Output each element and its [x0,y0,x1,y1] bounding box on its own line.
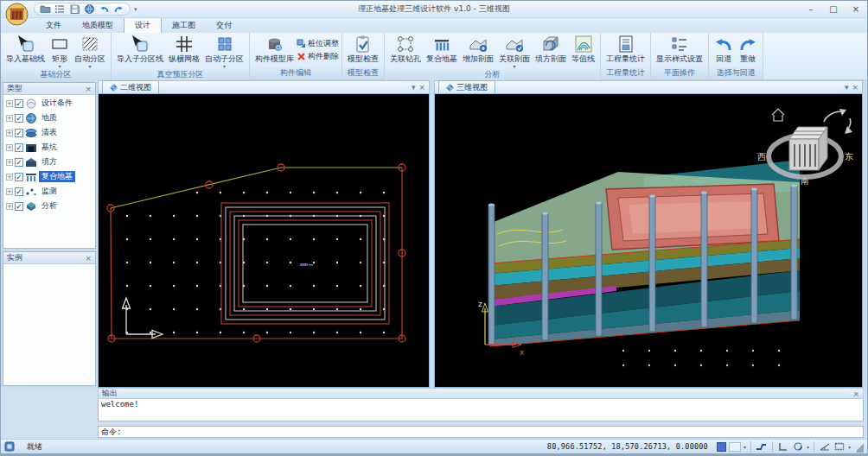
resize-grip[interactable] [857,441,864,453]
redo-button[interactable]: 重做 [736,34,760,66]
ribbon-group-quantity-statistics: 工程量统计 工程量统计 [601,33,651,79]
quick-access-toolbar [34,3,131,16]
command-input-line[interactable]: 命令: [98,426,864,438]
checkbox-checked[interactable]: ✓ [15,99,23,108]
checkbox-checked[interactable]: ✓ [15,129,23,137]
open-file-button[interactable] [40,3,51,15]
add-section-button[interactable]: 增加剖面 [460,34,496,68]
command-prompt: 命令: [101,427,121,438]
redo-icon[interactable] [113,3,124,15]
instances-list[interactable] [3,264,95,385]
orbit-dropdown-icon[interactable]: ▾ [807,444,809,450]
checkbox-checked[interactable]: ✓ [15,187,23,196]
maximize-button[interactable]: □ [822,2,845,17]
contour-lines-button[interactable]: 等值线 [569,34,597,68]
title-bar: ▾ 理正地基处理三维设计软件 v1.0 - 三维视图 – □ × [1,1,867,18]
display-style-settings-button[interactable]: 显示样式设置 [654,34,705,66]
tree-item-design-conditions[interactable]: + ✓ 设计条件 [3,96,95,111]
checkbox-checked[interactable]: ✓ [15,173,23,181]
expand-icon[interactable]: + [6,100,13,107]
tree-item-composite-foundation[interactable]: + ✓ 复合地基 [3,169,95,184]
selection-dropdown-icon[interactable]: ▾ [848,444,851,450]
quantity-statistics-button[interactable]: 工程量统计 [603,34,648,66]
expand-icon[interactable]: + [6,159,13,166]
undo-icon[interactable] [99,3,110,15]
compass-west-label[interactable]: 西 [757,152,766,162]
pile-position-adjust-button[interactable]: 桩位调整 [297,38,339,49]
linetype-toggle-icon[interactable] [756,441,768,453]
viewport-2d: 二维视图 ▾ × [98,80,430,388]
tab-2d-view[interactable]: 二维视图 [102,80,159,93]
link-borehole-button[interactable]: 关联钻孔 [387,34,424,68]
checkbox-checked[interactable]: ✓ [15,158,23,167]
checkbox-checked[interactable]: ✓ [15,202,23,211]
model-check-button[interactable]: 模型检查 [345,34,381,66]
project-list-button[interactable] [54,3,66,15]
color-dropdown-icon[interactable]: ▾ [744,444,746,450]
tree-item-monitoring[interactable]: + ✓ 监测 [3,184,95,199]
soil-model [488,160,800,377]
component-delete-button[interactable]: 构件删除 [297,51,339,62]
tab-menu-icon[interactable]: ▾ [412,83,416,92]
checkbox-checked[interactable]: ✓ [15,114,23,123]
app-logo-icon[interactable] [5,3,29,26]
color-swatch[interactable] [717,442,726,452]
angle-snap-icon[interactable] [819,441,831,453]
compass-east-label[interactable]: 东 [845,152,853,162]
expand-icon[interactable]: + [6,174,13,180]
group-label: 基础分区 [1,68,111,81]
tab-design[interactable]: 设计 [124,17,162,33]
ortho-toggle-icon[interactable] [777,441,789,453]
close-button[interactable]: × [845,2,867,17]
expand-icon[interactable]: + [6,115,13,122]
add-section-icon [469,35,488,54]
auto-subpartition-button[interactable]: 自动子分区 ▾ [202,34,246,68]
tree-item-analysis[interactable]: + ✓ 分析 [3,199,95,213]
instances-panel-close-icon[interactable]: × [85,254,92,263]
checkbox-checked[interactable]: ✓ [15,143,23,152]
composite-foundation-button[interactable]: 复合地基 [424,34,460,68]
tab-geology-model[interactable]: 地质模型 [72,18,124,33]
import-subpartition-line-button[interactable]: 导入子分区线 [114,34,166,68]
import-baseline-button[interactable]: 导入基础线 [3,34,48,68]
contour-lines-icon [574,35,593,54]
undo-button[interactable]: 回退 [712,34,736,66]
cross-grid-button[interactable]: 纵横网格 [166,34,202,68]
status-ready-label: 就绪 [27,441,42,453]
help-button[interactable] [84,3,95,15]
expand-icon[interactable]: + [6,188,13,195]
selection-mode-icon[interactable] [833,441,846,453]
canvas-2d[interactable] [98,94,430,388]
save-button[interactable] [69,3,80,15]
minimize-button[interactable]: – [800,2,822,17]
tree-item-geology[interactable]: + ✓ 地质 [3,111,95,125]
tree-item-excavation-pit[interactable]: + ✓ 基坑 [3,140,95,155]
expand-icon[interactable]: + [6,203,13,210]
tab-file[interactable]: 文件 [35,18,72,33]
orbit-toggle-icon[interactable] [792,441,804,453]
tab-delivery[interactable]: 交付 [206,18,242,33]
fill-section-button[interactable]: 填方剖面 [533,34,569,68]
component-library-icon [265,35,284,54]
component-library-button[interactable]: 构件模型库 [252,34,297,66]
types-panel-close-icon[interactable]: × [85,85,92,93]
link-section-button[interactable]: 关联剖面 ▾ [496,34,533,68]
compass-south-label[interactable]: 南 [801,176,809,186]
auto-partition-button[interactable]: 自动分区 ▾ [72,34,108,68]
expand-icon[interactable]: + [6,130,13,136]
rectangle-button[interactable]: 矩形 ▾ [48,34,72,68]
qat-more-button[interactable]: ▾ [134,6,137,13]
canvas-3d[interactable]: 西 东 南 z x [434,94,863,388]
tab-close-icon[interactable]: × [418,83,425,92]
viewport-2d-tabbar: 二维视图 ▾ × [98,80,430,94]
tab-3d-view[interactable]: 三维视图 [438,80,495,93]
tab-construction-drawing[interactable]: 施工图 [162,18,206,33]
expand-icon[interactable]: + [6,144,13,151]
types-panel-title: 类型 [7,83,22,94]
tree-item-surface-clearing[interactable]: + ✓ 清表 [3,125,95,140]
tab-menu-icon[interactable]: ▾ [845,83,849,92]
tree-item-fill[interactable]: + ✓ 填方 [3,155,95,169]
output-panel-close-icon[interactable]: × [852,390,859,398]
tab-close-icon[interactable]: × [852,83,858,92]
auto-subpartition-icon [215,35,234,54]
